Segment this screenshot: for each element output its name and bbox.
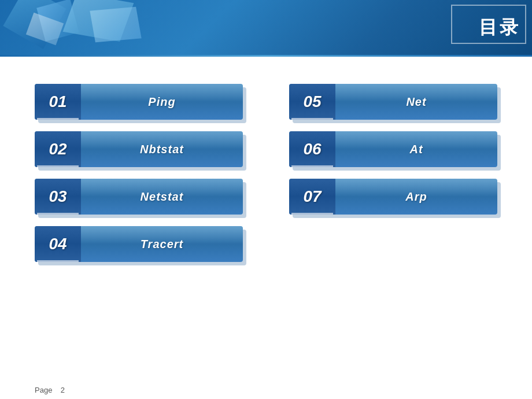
main-content: 01 Ping 05 Net	[0, 61, 532, 382]
menu-label-section-04: Tracert	[81, 238, 243, 251]
menu-label-07: Arp	[405, 190, 427, 204]
menu-number-02: 02	[49, 140, 66, 158]
menu-label-06: At	[409, 143, 423, 156]
menu-item-05[interactable]: 05 Net	[289, 84, 497, 120]
menu-label-section-06: At	[335, 143, 497, 156]
menu-num-section-03: 03	[35, 179, 81, 215]
menu-item-02[interactable]: 02 Nbtstat	[35, 131, 243, 167]
menu-button-01[interactable]: 01 Ping	[35, 84, 243, 120]
menu-label-03: Netstat	[141, 190, 184, 204]
menu-item-06[interactable]: 06 At	[289, 131, 497, 167]
menu-number-07: 07	[303, 187, 321, 206]
menu-button-04[interactable]: 04 Tracert	[35, 226, 243, 262]
menu-empty-slot	[289, 226, 497, 262]
menu-label-05: Net	[406, 95, 426, 109]
menu-button-06[interactable]: 06 At	[289, 131, 497, 167]
menu-number-01: 01	[49, 93, 66, 111]
menu-label-section-07: Arp	[335, 190, 497, 204]
footer-page-label: Page	[35, 386, 52, 394]
menu-item-01[interactable]: 01 Ping	[35, 84, 243, 120]
menu-label-02: Nbtstat	[140, 143, 184, 156]
menu-number-03: 03	[49, 187, 66, 206]
menu-grid: 01 Ping 05 Net	[35, 84, 497, 262]
menu-item-03[interactable]: 03 Netstat	[35, 179, 243, 215]
menu-num-section-02: 02	[35, 131, 81, 167]
header: 目录	[0, 0, 532, 55]
header-title: 目录	[479, 15, 520, 40]
menu-label-section-01: Ping	[81, 95, 243, 109]
header-underline	[0, 55, 532, 57]
deco-shape-4	[90, 7, 141, 42]
menu-number-06: 06	[303, 140, 321, 158]
menu-label-section-05: Net	[335, 95, 497, 109]
header-decoration	[0, 0, 173, 55]
menu-number-05: 05	[303, 93, 321, 111]
menu-num-section-07: 07	[289, 179, 335, 215]
menu-label-01: Ping	[148, 95, 175, 109]
footer-page-number: 2	[61, 386, 65, 394]
menu-label-04: Tracert	[141, 238, 183, 251]
menu-num-section-06: 06	[289, 131, 335, 167]
menu-button-07[interactable]: 07 Arp	[289, 179, 497, 215]
menu-num-section-05: 05	[289, 84, 335, 120]
menu-label-section-02: Nbtstat	[81, 143, 243, 156]
menu-item-07[interactable]: 07 Arp	[289, 179, 497, 215]
menu-item-04[interactable]: 04 Tracert	[35, 226, 243, 262]
menu-num-section-01: 01	[35, 84, 81, 120]
menu-button-03[interactable]: 03 Netstat	[35, 179, 243, 215]
menu-button-05[interactable]: 05 Net	[289, 84, 497, 120]
menu-button-02[interactable]: 02 Nbtstat	[35, 131, 243, 167]
menu-label-section-03: Netstat	[81, 190, 243, 204]
menu-num-section-04: 04	[35, 226, 81, 262]
menu-number-04: 04	[49, 235, 66, 253]
footer: Page 2	[35, 386, 65, 394]
